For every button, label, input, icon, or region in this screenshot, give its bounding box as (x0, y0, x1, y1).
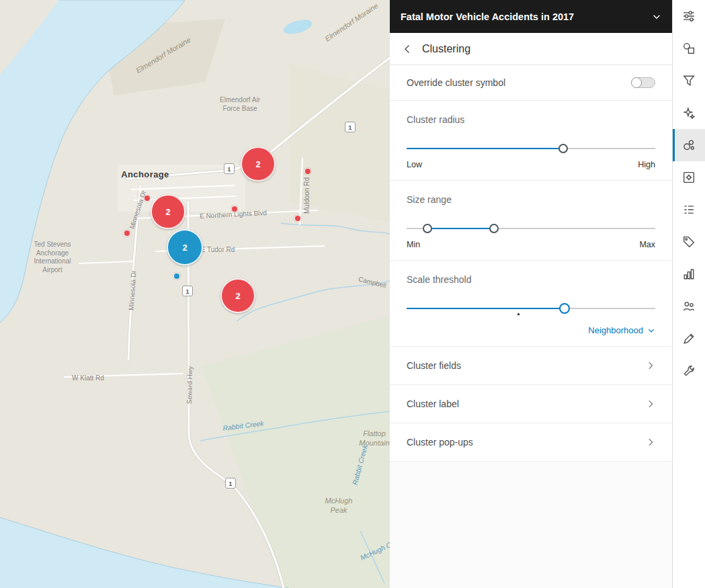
current-scale-marker: ▲ (516, 311, 521, 316)
back-button[interactable] (395, 44, 419, 54)
toolbar-effects-sparkle-icon[interactable] (673, 97, 705, 129)
slider-fill (407, 308, 565, 309)
toolbar-popups-gear-icon[interactable] (673, 161, 705, 194)
toolbar-properties-sliders-icon[interactable] (673, 0, 705, 32)
chevron-right-icon (646, 399, 655, 409)
highway-shield: 1 (224, 163, 235, 174)
override-cluster-symbol-row: Override cluster symbol (390, 65, 672, 101)
size-range-label: Size range (407, 194, 655, 205)
cluster-fields-row[interactable]: Cluster fields (390, 347, 672, 385)
cluster-marker[interactable]: 2 (151, 194, 185, 229)
map-canvas[interactable]: Elmendorf MoraineElmendorf MoraineElmend… (0, 0, 390, 588)
cluster-label-label: Cluster label (407, 398, 459, 409)
panel-empty-area (390, 462, 672, 588)
cluster-fields-label: Cluster fields (407, 360, 461, 371)
chevron-left-icon (402, 44, 413, 54)
tools-wrench-icon (683, 365, 695, 377)
slider-handle[interactable] (489, 224, 499, 233)
chevron-right-icon (646, 437, 655, 447)
cluster-radius-section: Cluster radius Low High (390, 101, 672, 181)
cluster-radius-label: Cluster radius (407, 114, 655, 125)
slider-fill (427, 228, 493, 229)
filter-funnel-icon (683, 75, 695, 87)
chevron-down-icon[interactable] (652, 12, 661, 22)
override-label: Override cluster symbol (407, 77, 505, 88)
toolbar-filter-funnel-icon[interactable] (673, 65, 705, 97)
effects-sparkle-icon (683, 107, 695, 119)
cluster-marker[interactable]: 2 (241, 146, 276, 181)
scale-level-value: Neighborhood (588, 325, 643, 335)
cluster-popups-label: Cluster pop-ups (407, 437, 473, 448)
chevron-right-icon (646, 361, 655, 370)
popups-gear-icon (683, 171, 695, 183)
size-range-slider[interactable] (407, 222, 655, 235)
cluster-radius-slider[interactable] (407, 142, 655, 155)
toolbar-labels-tag-icon[interactable] (673, 226, 705, 258)
arcgis-map-viewer: Elmendorf MoraineElmendorf MoraineElmend… (0, 0, 705, 588)
cluster-popups-row[interactable]: Cluster pop-ups (390, 423, 672, 462)
edit-pencil-icon (683, 333, 695, 345)
size-range-minmax: Min Max (407, 240, 655, 249)
max-label: Max (639, 240, 655, 249)
charts-bars-icon (683, 268, 695, 280)
toolbar-people-icon[interactable] (673, 290, 705, 323)
properties-sliders-icon (683, 10, 695, 22)
panel-header: Clustering (390, 33, 672, 65)
cluster-marker[interactable]: 2 (167, 229, 203, 265)
max-label: High (638, 160, 655, 169)
cluster-radius-minmax: Low High (407, 160, 655, 169)
panel-title: Clustering (422, 43, 470, 55)
accident-point[interactable] (231, 206, 238, 212)
min-label: Low (407, 160, 422, 169)
slider-handle[interactable] (423, 224, 432, 233)
size-range-section: Size range Min Max (390, 181, 672, 261)
settings-toolbar (672, 0, 705, 588)
scale-threshold-label: Scale threshold (407, 274, 655, 285)
chevron-down-icon (647, 327, 655, 335)
people-icon (683, 300, 695, 312)
toolbar-tools-wrench-icon[interactable] (673, 355, 705, 387)
highway-shield: 1 (345, 122, 356, 132)
min-label: Min (407, 240, 420, 249)
override-toggle[interactable] (631, 77, 655, 88)
layer-title: Fatal Motor Vehicle Accidents in 2017 (401, 11, 574, 22)
accident-point[interactable] (294, 215, 301, 222)
scale-threshold-section: Scale threshold ▲ Neighborhood (390, 261, 672, 347)
fields-list-icon (683, 204, 695, 216)
labels-tag-icon (683, 236, 695, 248)
slider-fill (407, 148, 563, 149)
toolbar-charts-bars-icon[interactable] (673, 258, 705, 290)
slider-handle[interactable] (558, 144, 568, 153)
clustering-panel: Fatal Motor Vehicle Accidents in 2017 Cl… (390, 0, 672, 588)
scale-level-row: Neighborhood (407, 325, 655, 335)
toolbar-edit-pencil-icon[interactable] (673, 323, 705, 355)
scale-threshold-slider[interactable]: ▲ (407, 302, 655, 314)
toolbar-styles-shapes-icon[interactable] (673, 32, 705, 65)
highway-shield: 1 (182, 286, 193, 296)
toggle-knob (631, 77, 642, 88)
highway-shield: 1 (225, 478, 236, 489)
toolbar-aggregation-clusters-icon[interactable] (673, 129, 705, 161)
accident-point[interactable] (124, 230, 130, 237)
cluster-label-row[interactable]: Cluster label (390, 385, 672, 423)
scale-level-select[interactable]: Neighborhood (588, 325, 655, 335)
cluster-marker[interactable]: 2 (220, 278, 255, 313)
accident-point[interactable] (304, 168, 311, 175)
toolbar-fields-list-icon[interactable] (673, 194, 705, 226)
accident-point[interactable] (173, 273, 180, 280)
basemap (0, 0, 390, 588)
styles-shapes-icon (683, 42, 695, 54)
aggregation-clusters-icon (683, 139, 695, 151)
slider-handle[interactable] (559, 303, 570, 314)
accident-point[interactable] (144, 195, 151, 202)
layer-header-bar[interactable]: Fatal Motor Vehicle Accidents in 2017 (390, 0, 672, 33)
